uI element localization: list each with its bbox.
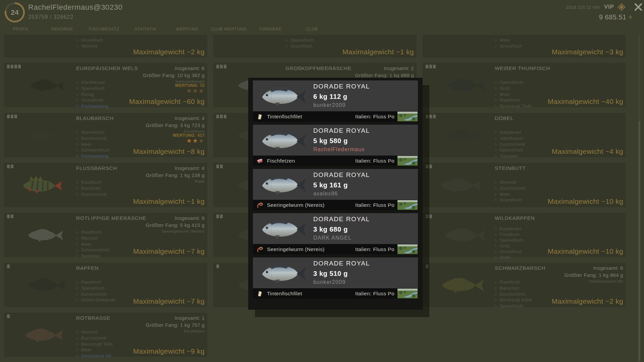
species-name: WILDKARPFEN (495, 215, 535, 221)
fish-record-card[interactable]: SpeisefischGrundfischMaximalgewicht ~1 k… (213, 35, 417, 57)
medal-row (216, 65, 226, 68)
medal-row (7, 215, 13, 218)
fish-record-card[interactable]: GrundfischWertvollMaximalgewicht ~2 kg (4, 35, 207, 57)
total-caught: Insgesamt: 1 (146, 315, 205, 321)
medal-row (7, 65, 21, 68)
max-weight: Maximalgewicht ~7 kg (133, 297, 205, 305)
trait-label: Grundfisch (76, 38, 103, 44)
total-caught: Insgesamt: 6 (564, 265, 623, 271)
trait-label: Friedfisch (495, 232, 523, 238)
trait-label: Allesfresser (76, 80, 108, 86)
trait-label: Barschart (495, 286, 532, 292)
species-name: EUROPÄISCHER WELS (76, 65, 138, 71)
medal-icon (220, 115, 223, 118)
medal-icon (7, 115, 10, 118)
star-icon: ★ (193, 137, 199, 144)
fish-record-card[interactable]: RAPFENRaubfischSpeisefischDurchschnittGr… (4, 263, 207, 307)
species-traits: RaubfischSpeisefischDurchschnittGroße Ge… (76, 280, 116, 303)
trait-label: Groß (495, 86, 532, 92)
medal-icon (220, 65, 223, 68)
dorade-royal-photo (256, 215, 310, 243)
tab-profil[interactable]: PROFIL (0, 25, 42, 34)
records-column-left: GrundfischWertvollMaximalgewicht ~2 kgEU… (4, 35, 207, 357)
max-weight: Maximalgewicht ~60 kg (129, 98, 205, 106)
max-weight: Maximalgewicht ~2 kg (133, 48, 205, 56)
location-thumbnail (397, 200, 418, 210)
species-name: FLUSSBARSCH (76, 165, 117, 171)
fish-record-card[interactable]: WEIßER THUNFISCHSpeisefischGroßMeerRaubf… (423, 63, 626, 107)
trait-label: Groß (495, 243, 523, 249)
catch-location: Italien: Fluss Po (355, 291, 394, 297)
tab-wertung[interactable]: WERTUNG (166, 25, 208, 34)
trait-label: Durchschnitt (495, 186, 525, 192)
species-name: ROTLIPPIGE MEERÄSCHE (76, 215, 147, 221)
trait-label: Schwarmfisch (76, 147, 110, 154)
scrollbar-thumb[interactable] (638, 121, 640, 361)
fish-silhouette (434, 225, 493, 245)
fish-record-card[interactable]: ROTLIPPIGE MEERÄSCHERaubfischWertvollMee… (4, 213, 207, 257)
trait-label: Raubfisch (76, 280, 116, 286)
fish-record-card[interactable]: EUROPÄISCHER WELSAllesfresserSpeisefisch… (4, 63, 207, 107)
star-icon: ★ (186, 137, 193, 144)
player-level-badge: 24 (5, 2, 25, 22)
dorade-royal-photo (256, 259, 310, 287)
medal-row (7, 314, 10, 318)
profile-header: 24 RachelFledermaus@30230 253759 / 32662… (0, 0, 644, 25)
species-traits: SpeisefischDurchschnittMeerSchwarmfischF… (76, 130, 110, 160)
max-weight: Maximalgewicht ~3 kg (552, 48, 623, 56)
squid-fillet-icon (256, 113, 264, 120)
tab-fischbesatz[interactable]: FISCHBESATZ (83, 25, 125, 34)
fish-record-card[interactable]: DÖBELKarpfenartAllesfresserDurchschnittS… (423, 113, 626, 157)
trait-label: Wertvoll (76, 236, 110, 242)
trait-label: Große Gewässer (76, 297, 116, 303)
trait-label: Grundfisch (495, 44, 522, 50)
trait-label: Raubfisch (76, 230, 110, 236)
medal-row (426, 65, 436, 68)
species-name: RAPFEN (76, 265, 99, 271)
trait-label: Speisefisch (76, 130, 110, 136)
fish-record-card[interactable]: MeerGrundfischMaximalgewicht ~3 kg (423, 35, 626, 57)
fish-record-card[interactable]: ROTBRASSEWertvollDurchschnittBevorzugt T… (4, 313, 207, 357)
max-weight: Maximalgewicht ~2 kg (552, 297, 623, 305)
player-name: DARK ANGEL (313, 235, 352, 241)
vip-badge: VIP (604, 4, 614, 10)
tab-turniere[interactable]: TURNIERE (250, 25, 291, 34)
trait-label: Durchschnitt (76, 192, 107, 198)
tab-rekorde[interactable]: REKORDE (42, 25, 83, 34)
tab-statistik[interactable]: STATISTIK (125, 25, 166, 34)
fish-record-card[interactable]: WILDKARPFENKarpfenartFriedfischSpeisefis… (423, 213, 626, 257)
tab-club-wertung[interactable]: CLUB WERTUNG (208, 25, 250, 34)
trait-label: Seeköder (76, 253, 110, 259)
trait-label: Meer (495, 192, 525, 198)
medal-icon (11, 215, 13, 218)
trait-label: Barschart (76, 186, 107, 192)
catch-weight: 3 kg 680 g (313, 226, 348, 233)
bait-location-row: Seeringelwurm (Nereis)Italien: Fluss Po (253, 244, 418, 254)
fish-record-card[interactable]: FLUSSBARSCHRaubfischBarschartDurchschnit… (4, 163, 207, 207)
medal-row (7, 115, 17, 118)
fish-record-card[interactable]: BLAUBARSCHSpeisefischDurchschnittMeerSch… (4, 113, 207, 157)
trait-label: Raubfisch (495, 98, 532, 104)
catch-photo-row: DORADE ROYAL3 kg 680 gDARK ANGEL (253, 213, 418, 244)
biggest-catch: Größter Fang: 3 kg 723 g (146, 122, 205, 128)
currency-gem-icon: ✧ (628, 13, 633, 21)
trait-label: Fischwertung (76, 154, 110, 160)
leaderboard-entry: DORADE ROYAL5 kg 580 gRachelFledermausFi… (253, 125, 418, 166)
medal-icon (220, 165, 223, 168)
species-name: STEINBUTT (495, 165, 526, 171)
medal-row (7, 264, 10, 268)
close-icon[interactable] (634, 3, 643, 11)
medal-row (216, 165, 223, 168)
species-traits: RaubfischWertvollMeerSchwarmfischSeeköde… (76, 230, 110, 259)
species-traits: SpeisefischGrundfisch (285, 38, 314, 50)
fish-record-card[interactable]: SCHWARZBARSCHRaubfischBarschartDurchschn… (423, 263, 626, 307)
location-thumbnail (397, 112, 418, 121)
tab-club[interactable]: CLUB (291, 25, 333, 34)
medal-icon (426, 215, 428, 218)
biggest-catch: Größter Fang: 1 kg 238 g (146, 172, 205, 178)
fish-record-card[interactable]: STEINBUTTWertvollDurchschnittMeerGrundfi… (423, 163, 626, 207)
species-traits: MeerGrundfisch (495, 38, 522, 50)
medal-icon (216, 65, 219, 68)
trait-label: Raubfisch (495, 280, 532, 286)
species-name: DORADE ROYAL (313, 260, 370, 267)
